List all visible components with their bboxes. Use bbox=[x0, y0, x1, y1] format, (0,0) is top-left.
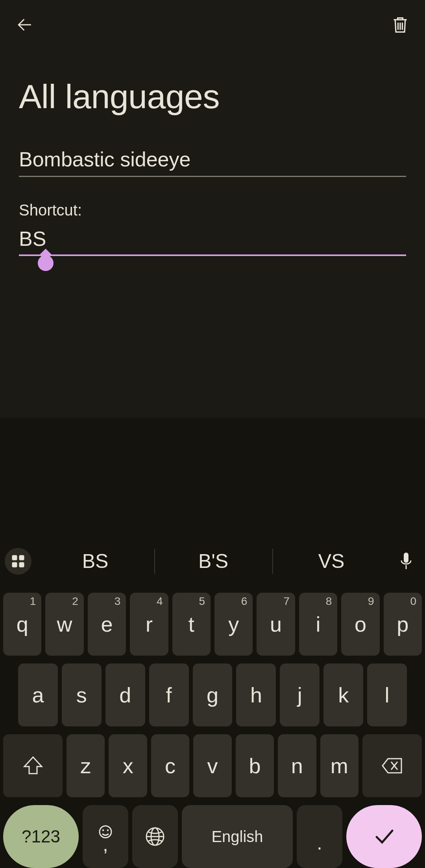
suggestion-strip: BS B'S VS bbox=[36, 538, 390, 585]
svg-rect-6 bbox=[12, 562, 17, 567]
key-i[interactable]: i8 bbox=[299, 593, 337, 656]
key-o[interactable]: o9 bbox=[341, 593, 379, 656]
key-hint: 0 bbox=[410, 595, 416, 608]
language-switch-key[interactable] bbox=[132, 805, 178, 868]
key-u[interactable]: u7 bbox=[257, 593, 295, 656]
shortcut-input[interactable] bbox=[19, 227, 406, 256]
phrase-input[interactable] bbox=[19, 147, 406, 177]
key-r[interactable]: r4 bbox=[130, 593, 168, 656]
symbols-key[interactable]: ?123 bbox=[3, 805, 79, 868]
svg-rect-8 bbox=[404, 553, 408, 563]
key-w[interactable]: w2 bbox=[45, 593, 83, 656]
svg-point-13 bbox=[102, 829, 104, 831]
key-rows: q1w2e3r4t5y6u7i8o9p0 asdfghjkl zxcvbnm bbox=[0, 593, 425, 797]
shift-icon bbox=[22, 755, 44, 777]
key-m[interactable]: m bbox=[320, 734, 358, 797]
key-v[interactable]: v bbox=[193, 734, 231, 797]
enter-key[interactable] bbox=[346, 805, 422, 868]
content-area: All languages Shortcut: bbox=[0, 50, 425, 256]
trash-icon bbox=[392, 16, 409, 33]
shortcut-label: Shortcut: bbox=[19, 201, 406, 219]
key-n[interactable]: n bbox=[278, 734, 316, 797]
key-h[interactable]: h bbox=[236, 663, 276, 726]
svg-rect-5 bbox=[19, 555, 24, 560]
key-x[interactable]: x bbox=[109, 734, 147, 797]
key-e[interactable]: e3 bbox=[88, 593, 126, 656]
key-hint: 1 bbox=[30, 595, 36, 608]
key-f[interactable]: f bbox=[149, 663, 189, 726]
emoji-comma-key[interactable]: , bbox=[83, 805, 128, 868]
shift-key[interactable] bbox=[3, 734, 63, 797]
svg-point-14 bbox=[107, 829, 109, 831]
comma-label: , bbox=[103, 841, 108, 848]
backspace-key[interactable] bbox=[362, 734, 422, 797]
key-s[interactable]: s bbox=[62, 663, 102, 726]
keyboard-toolbar: BS B'S VS bbox=[0, 538, 425, 585]
key-hint: 9 bbox=[368, 595, 374, 608]
suggestion-2[interactable]: VS bbox=[272, 538, 390, 585]
shortcut-field-block: Shortcut: bbox=[19, 201, 406, 256]
delete-button[interactable] bbox=[387, 12, 413, 38]
key-p[interactable]: p0 bbox=[384, 593, 422, 656]
key-y[interactable]: y6 bbox=[214, 593, 253, 656]
app-bar bbox=[0, 0, 425, 50]
phrase-field bbox=[19, 147, 406, 177]
key-l[interactable]: l bbox=[367, 663, 407, 726]
svg-rect-4 bbox=[12, 555, 17, 560]
key-k[interactable]: k bbox=[323, 663, 363, 726]
back-button[interactable] bbox=[12, 12, 38, 38]
suggestion-0[interactable]: BS bbox=[36, 538, 154, 585]
key-g[interactable]: g bbox=[193, 663, 233, 726]
key-a[interactable]: a bbox=[18, 663, 58, 726]
key-hint: 7 bbox=[283, 595, 290, 608]
suggestion-1[interactable]: B'S bbox=[154, 538, 272, 585]
key-b[interactable]: b bbox=[236, 734, 274, 797]
key-d[interactable]: d bbox=[105, 663, 145, 726]
key-j[interactable]: j bbox=[280, 663, 320, 726]
voice-input-button[interactable] bbox=[395, 550, 417, 572]
keyboard-bottom-row: ?123 , English . bbox=[0, 805, 425, 868]
key-hint: 5 bbox=[199, 595, 205, 608]
key-c[interactable]: c bbox=[151, 734, 189, 797]
key-t[interactable]: t5 bbox=[172, 593, 211, 656]
space-key[interactable]: English bbox=[182, 805, 293, 868]
period-key[interactable]: . bbox=[297, 805, 342, 868]
key-hint: 3 bbox=[115, 595, 121, 608]
check-icon bbox=[373, 825, 395, 848]
key-hint: 2 bbox=[72, 595, 78, 608]
arrow-left-icon bbox=[17, 17, 33, 33]
key-hint: 4 bbox=[157, 595, 163, 608]
backspace-icon bbox=[381, 755, 403, 777]
microphone-icon bbox=[399, 552, 413, 571]
soft-keyboard: BS B'S VS q1w2e3r4t5y6u7i8o9p0 asdfghjkl… bbox=[0, 418, 425, 868]
key-z[interactable]: z bbox=[67, 734, 105, 797]
globe-icon bbox=[145, 826, 165, 847]
page-title: All languages bbox=[19, 77, 406, 116]
key-hint: 6 bbox=[241, 595, 248, 608]
grid-icon bbox=[11, 554, 25, 568]
key-hint: 8 bbox=[326, 595, 332, 608]
keyboard-apps-button[interactable] bbox=[5, 548, 31, 575]
svg-rect-7 bbox=[19, 562, 24, 567]
key-q[interactable]: q1 bbox=[3, 593, 41, 656]
